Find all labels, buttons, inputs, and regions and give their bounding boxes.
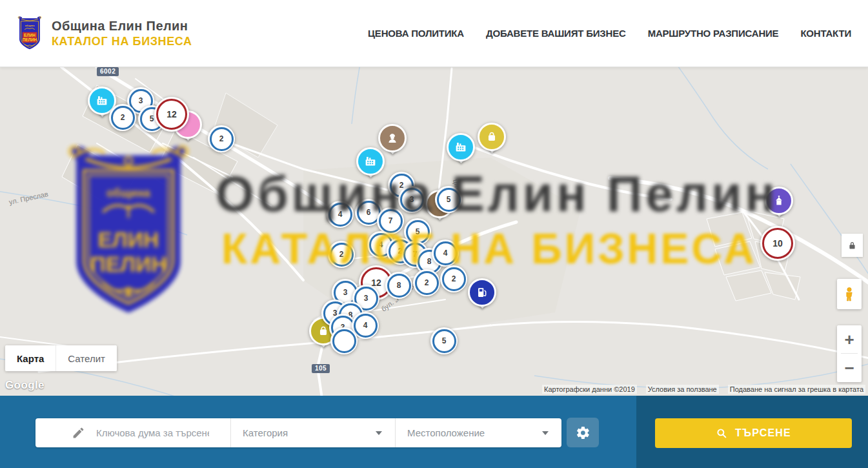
map[interactable]: 6002105ул. Преславбул. „Новоселции" 3251… (0, 67, 868, 396)
cluster-marker[interactable]: 2 (440, 265, 467, 292)
category-select-label: Категория (243, 427, 288, 438)
crest-top-word: община (25, 24, 35, 26)
advanced-settings-button[interactable] (567, 418, 599, 447)
cluster-count: 2 (339, 250, 344, 259)
cluster-count: 3 (343, 288, 348, 297)
cluster-count: 4 (338, 210, 343, 219)
cluster-marker[interactable]: 4 (432, 239, 459, 267)
attribution-data-text: Картографски данни ©2019 (542, 385, 637, 394)
nav-contacts[interactable]: КОНТАКТИ (800, 28, 851, 39)
cluster-marker[interactable]: 2 (413, 269, 440, 296)
cluster-marker[interactable]: 7 (377, 207, 404, 234)
location-select[interactable]: Местоположение (395, 418, 561, 447)
cluster-count: 6 (367, 208, 371, 217)
cluster-count: 10 (772, 238, 783, 249)
cluster-count: 2 (452, 274, 456, 283)
search-fields: Категория Местоположение (35, 418, 561, 447)
cluster-marker[interactable]: 2 (208, 125, 235, 152)
map-markers-layer: 325122235467542784212822333834510 (0, 67, 868, 396)
cluster-marker[interactable]: 2 (328, 241, 355, 268)
crest-name1: ЕЛИН (24, 32, 35, 37)
map-type-control: Карта Сателит (5, 345, 117, 371)
cluster-count: 12 (167, 109, 177, 119)
gear-icon (576, 425, 590, 440)
chevron-down-icon (376, 431, 382, 435)
search-icon (716, 427, 727, 439)
cluster-count: 4 (363, 321, 368, 330)
keyword-field (35, 418, 230, 447)
cluster-marker[interactable]: 10 (760, 226, 795, 261)
crest-name2: ПЕЛИН (23, 37, 37, 41)
category-pin-fuel[interactable] (468, 278, 496, 316)
cluster-marker[interactable]: 5 (430, 327, 458, 354)
factory-icon (356, 147, 385, 176)
map-type-map-button[interactable]: Карта (5, 345, 56, 371)
category-select[interactable]: Категория (230, 418, 395, 447)
church-icon (765, 187, 793, 215)
cluster-marker[interactable]: 5 (435, 186, 462, 213)
cluster-count: 4 (379, 240, 383, 249)
pencil-icon (72, 426, 85, 440)
cluster-count: 2 (121, 113, 125, 122)
cluster-marker[interactable]: 4 (327, 201, 354, 228)
nav-route-schedule[interactable]: МАРШРУТНО РАЗПИСАНИЕ (648, 28, 779, 39)
cluster-count: 7 (389, 216, 393, 225)
nav-pricing-policy[interactable]: ЦЕНОВА ПОЛИТИКА (368, 28, 464, 39)
category-pin-bag[interactable] (478, 123, 506, 160)
map-type-satellite-button[interactable]: Сателит (56, 345, 117, 371)
category-pin-church[interactable] (765, 187, 793, 224)
lock-icon (847, 241, 857, 250)
page: община ЕЛИН ПЕЛИН Община Елин Пелин КАТА… (0, 0, 868, 468)
brand-text: Община Елин Пелин КАТАЛОГ НА БИЗНЕСА (52, 19, 192, 48)
cluster-count: 5 (442, 336, 447, 345)
attribution-report-link[interactable]: Подаване на сигнал за грешка в картата (728, 385, 865, 394)
header: община ЕЛИН ПЕЛИН Община Елин Пелин КАТА… (0, 0, 868, 67)
category-pin-factory[interactable] (356, 147, 385, 185)
site-logo[interactable]: община ЕЛИН ПЕЛИН Община Елин Пелин КАТА… (0, 15, 192, 52)
search-bar: Категория Местоположение ТЪРСЕНЕ (0, 396, 868, 468)
map-attribution: Картографски данни ©2019 Условия за полз… (542, 385, 865, 394)
cluster-count: 5 (416, 227, 420, 236)
lock-icon-button[interactable] (842, 234, 863, 257)
location-select-label: Местоположение (407, 427, 485, 438)
cluster-count: 2 (425, 278, 429, 287)
cluster-marker[interactable]: 8 (385, 272, 412, 299)
search-submit-label: ТЪРСЕНЕ (735, 427, 791, 439)
fuel-icon (468, 278, 496, 307)
cluster-count: 3 (139, 96, 143, 105)
street-view-pegman[interactable] (837, 279, 862, 309)
cluster-count: 8 (397, 281, 401, 290)
pegman-icon (842, 283, 857, 305)
factory-icon (447, 133, 475, 161)
cluster-marker[interactable]: 12 (154, 97, 189, 132)
site-title: Община Елин Пелин (52, 19, 192, 34)
main-nav: ЦЕНОВА ПОЛИТИКА ДОБАВЕТЕ ВАШИЯТ БИЗНЕС М… (368, 28, 868, 39)
municipality-crest-logo-icon: община ЕЛИН ПЕЛИН (15, 15, 44, 52)
category-pin-factory[interactable] (447, 133, 475, 170)
keyword-search-input[interactable] (95, 427, 210, 439)
site-subtitle: КАТАЛОГ НА БИЗНЕСА (52, 35, 192, 48)
cluster-marker[interactable]: 3 (398, 186, 425, 213)
cluster-count: 2 (219, 134, 224, 143)
cluster-count: 4 (443, 249, 448, 258)
cluster-count: 8 (427, 257, 432, 266)
map-zoom-control: + − (837, 325, 862, 382)
cluster-count: 5 (447, 195, 451, 204)
chevron-down-icon (542, 431, 549, 435)
attribution-terms-link[interactable]: Условия за ползване (646, 385, 719, 394)
zoom-in-button[interactable]: + (837, 325, 862, 353)
google-logo[interactable]: Google (5, 379, 45, 392)
cluster-count: 3 (364, 294, 368, 303)
search-submit-button[interactable]: ТЪРСЕНЕ (655, 418, 852, 448)
zoom-out-button[interactable]: − (837, 354, 862, 382)
bag-icon (478, 123, 506, 151)
cluster-count: 5 (150, 114, 154, 123)
cluster-marker[interactable]: 2 (109, 104, 136, 131)
nav-add-your-business[interactable]: ДОБАВЕТЕ ВАШИЯТ БИЗНЕС (486, 28, 626, 39)
cluster-count: 3 (410, 195, 414, 204)
cluster-marker[interactable] (330, 327, 358, 354)
